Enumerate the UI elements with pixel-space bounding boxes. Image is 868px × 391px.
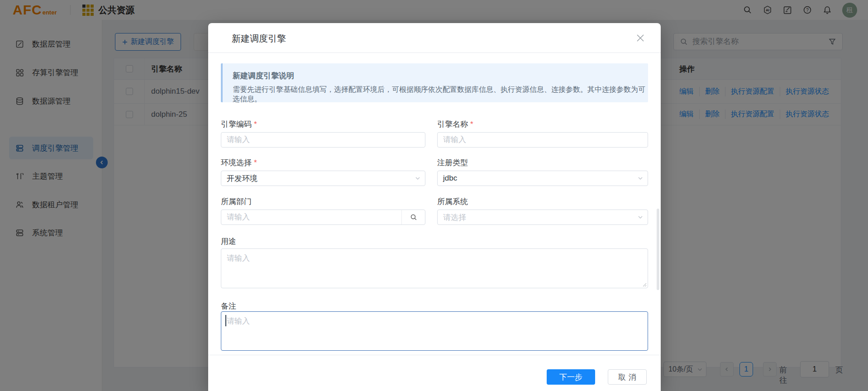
reg-type-select[interactable]: jdbc [437,171,648,186]
usage-field-wrap [221,248,648,288]
required-mark: * [254,120,257,129]
required-mark: * [254,158,257,167]
system-select[interactable]: 请选择 [437,210,648,225]
info-banner: 新建调度引擎说明 需要先进行引擎基础信息填写，选择配置环境后，可根据顺序依次配置… [221,63,648,102]
chevron-down-icon [638,176,643,181]
text-caret [225,315,226,326]
engine-name-field-wrap [437,132,648,148]
next-step-button[interactable]: 下一步 [547,369,595,385]
modal-scrollbar-thumb[interactable] [657,209,659,290]
system-label: 所属系统 [437,196,648,207]
close-icon[interactable] [635,33,645,43]
required-mark: * [470,120,473,129]
modal-footer: 下一步 取消 [208,355,661,391]
modal-title: 新建调度引擎 [232,33,286,45]
engine-code-input[interactable] [221,133,425,147]
usage-label: 用途 [221,236,236,247]
cancel-button[interactable]: 取消 [608,369,647,385]
remark-textarea[interactable] [221,312,648,350]
department-input[interactable] [221,210,425,224]
info-banner-desc: 需要先进行引擎基础信息填写，选择配置环境后，可根据顺序依次配置数据库信息、执行资… [233,85,648,104]
usage-textarea[interactable] [221,249,648,288]
reg-type-label: 注册类型 [437,157,648,168]
department-search-icon[interactable] [401,210,425,224]
info-banner-title: 新建调度引擎说明 [233,71,294,81]
department-label: 所属部门 [221,196,425,207]
engine-name-label: 引擎名称* [437,119,648,129]
department-field-wrap [221,210,425,225]
remark-label: 备注 [221,301,236,311]
env-select-label: 环境选择* [221,157,425,168]
engine-name-input[interactable] [438,133,648,147]
engine-code-field-wrap [221,132,425,148]
resize-handle-icon[interactable] [642,282,647,287]
remark-field-wrap [221,311,648,351]
modal-header: 新建调度引擎 [208,23,661,53]
env-select[interactable]: 开发环境 [221,171,425,186]
new-engine-modal: 新建调度引擎 新建调度引擎说明 需要先进行引擎基础信息填写，选择配置环境后，可根… [208,23,661,391]
engine-code-label: 引擎编码* [221,119,425,129]
chevron-down-icon [638,215,643,220]
chevron-down-icon [415,176,420,181]
